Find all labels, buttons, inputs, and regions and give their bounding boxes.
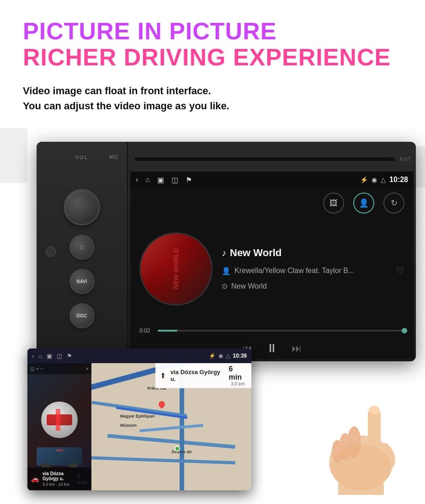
hand-overlay [279, 358, 425, 495]
pip-status-bar: ‹ ⌂ ▣ ◫ ⚑ ⚡ ◉ △ 10:39 [27, 349, 251, 363]
car-silhouette: JAG [37, 447, 82, 466]
track-info: ♪ New World 👤 Krewella/Yellow Claw feat.… [222, 247, 404, 290]
track-title-row: ♪ New World [222, 247, 404, 259]
bluetooth-icon: ⚡ [360, 176, 368, 183]
volume-knob[interactable] [64, 189, 100, 225]
music-content: 🖼 👤 ↻ NEW WORLD [130, 188, 414, 359]
location-icon: ◉ [372, 176, 377, 183]
helmet-visual [41, 402, 78, 438]
pip-content: JAG ◫ + − × [27, 363, 251, 490]
navi-label: NAVI [76, 279, 87, 284]
sync-button[interactable]: ↻ [383, 193, 404, 214]
svg-point-8 [331, 445, 391, 490]
track-album-text: New World [231, 282, 267, 290]
volume-icon: △ [381, 176, 386, 183]
album-art-inner: NEW WORLD [141, 234, 211, 304]
nav-time-value: 6 min [228, 365, 247, 381]
pip-volume-icon: △ [226, 353, 230, 359]
hand-svg [279, 358, 425, 495]
music-main: NEW WORLD ♪ New World 👤 [130, 218, 414, 324]
navi-button[interactable]: NAVI [69, 269, 95, 294]
title-line1: PICTURE IN PICTURE [23, 18, 402, 44]
pip-time: 10:39 [233, 353, 247, 359]
pip-back-icon[interactable]: ‹ [32, 353, 34, 359]
back-icon[interactable]: ‹ [136, 176, 138, 184]
cam-zoom-out-icon[interactable]: − [41, 366, 43, 371]
map-label-museum2: Múzeum [120, 423, 137, 428]
track-artist-text: Krewella/Yellow Claw feat. Taylor B... [234, 267, 354, 275]
screen-icon[interactable]: ◫ [171, 176, 178, 184]
disc-label: DISC [76, 313, 87, 318]
progress-bar[interactable] [158, 330, 404, 332]
top-strip: RST [130, 150, 416, 168]
home-button[interactable]: ⌂ [69, 235, 95, 260]
svg-point-7 [369, 406, 380, 415]
left-panel: VOL MIC ⌂ NAVI DISC [37, 142, 128, 361]
person-icon: 👤 [222, 267, 231, 275]
home-icon[interactable]: ⌂ [145, 176, 150, 184]
car-speed-info: via Dózsa György u. 3.0 km · 10 km [42, 471, 73, 487]
power-led [46, 247, 56, 257]
cd-slot [135, 157, 395, 161]
main-screen: ‹ ⌂ ▣ ◫ ⚑ ⚡ ◉ △ 10:28 [130, 172, 414, 359]
camera-close-button[interactable]: × [86, 366, 89, 371]
track-title-text: New World [230, 247, 282, 259]
next-button[interactable]: ⏭ [292, 343, 302, 354]
car-route-label: via Dózsa György u. [42, 471, 73, 481]
album-art: NEW WORLD [139, 232, 212, 306]
map-pin-green [175, 446, 180, 451]
disc-button[interactable]: DISC [69, 303, 95, 328]
car-icon-area: 🚗 [31, 475, 39, 483]
nav-time-box: 6 min 3.0 km [228, 365, 247, 386]
pip-flag-icon[interactable]: ⚑ [67, 353, 72, 359]
pip-overlay: ‹ ⌂ ▣ ◫ ⚑ ⚡ ◉ △ 10:39 [27, 349, 251, 490]
gallery-button[interactable]: 🖼 [323, 193, 344, 214]
pip-recent-icon[interactable]: ▣ [47, 353, 52, 359]
pip-screen-icon[interactable]: ◫ [57, 353, 62, 359]
progress-dot [402, 328, 407, 333]
disc-icon: ⊙ [222, 282, 228, 290]
profile-button[interactable]: 👤 [353, 193, 374, 214]
pip-location-icon: ◉ [218, 353, 223, 359]
album-art-text: NEW WORLD [172, 248, 180, 289]
title-line2: RICHER DRIVING EXPERIENCE [23, 44, 402, 70]
subtitle-line2: You can adjust the video image as you li… [23, 98, 402, 113]
progress-fill [158, 330, 177, 332]
map-label-ovaros: Óváros tér [171, 450, 192, 454]
track-artist-row: 👤 Krewella/Yellow Claw feat. Taylor B...… [222, 265, 404, 276]
cam-screen-icon[interactable]: ◫ [30, 366, 34, 371]
pip-home-icon[interactable]: ⌂ [38, 353, 42, 359]
pause-button[interactable]: ⏸ [266, 341, 278, 355]
pip-bluetooth-icon: ⚡ [209, 353, 216, 359]
head-unit-body: VOL MIC ⌂ NAVI DISC RST [37, 142, 416, 361]
map-label-museum: Magyar Építőipari [120, 414, 155, 418]
heart-button[interactable]: ♡ [396, 265, 404, 276]
camera-toolbar-icons: ◫ + − [30, 366, 43, 371]
subtitle: Video image can float in front interface… [23, 83, 402, 113]
flag-icon[interactable]: ⚑ [186, 176, 192, 184]
track-album-row: ⊙ New World [222, 282, 404, 290]
page-wrapper: PICTURE IN PICTURE RICHER DRIVING EXPERI… [0, 0, 425, 504]
route-time-box: 6 min [77, 472, 88, 486]
music-top-bar: 🖼 👤 ↻ [130, 188, 414, 218]
camera-toolbar: ◫ + − × [27, 363, 91, 374]
progress-area: 0:02 [130, 324, 414, 338]
status-right: ⚡ ◉ △ 10:28 [360, 176, 408, 184]
car-icon: 🚗 [31, 475, 39, 483]
header-section: PICTURE IN PICTURE RICHER DRIVING EXPERI… [0, 0, 425, 123]
rst-label: RST [400, 156, 411, 162]
nav-dist: 3.0 km [231, 381, 244, 386]
car-info: 🚗 via Dózsa György u. 3.0 km · 10 km 6 m… [27, 467, 91, 490]
recent-icon[interactable]: ▣ [157, 176, 164, 184]
subtitle-line1: Video image can float in front interface… [23, 83, 402, 98]
head-unit: VOL MIC ⌂ NAVI DISC RST [37, 142, 416, 361]
status-bar: ‹ ⌂ ▣ ◫ ⚑ ⚡ ◉ △ 10:28 [130, 172, 414, 188]
vol-label: VOL [75, 155, 88, 160]
map-area[interactable]: Hotel Historia Malo... Magyar Építőipari… [91, 363, 251, 490]
route-time-value: 6 min [77, 472, 88, 486]
car-brand-label: JAG [56, 448, 63, 452]
cam-zoom-in-icon[interactable]: + [36, 366, 39, 371]
time-bold: 6 min [228, 365, 241, 381]
car-dist-label: 3.0 km · 10 km [42, 482, 73, 487]
pip-status-right: ⚡ ◉ △ 10:39 [209, 353, 247, 359]
